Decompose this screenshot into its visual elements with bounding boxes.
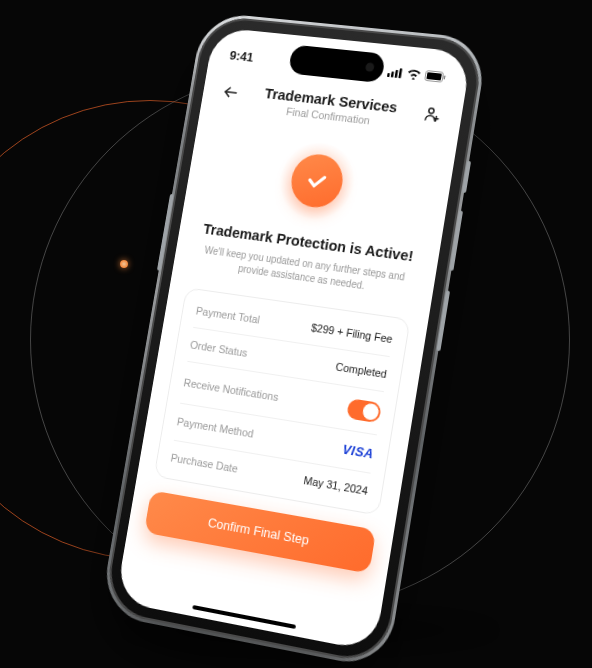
label-notifications: Receive Notifications [183, 376, 280, 403]
svg-point-8 [428, 108, 434, 114]
back-button[interactable] [218, 80, 244, 105]
svg-rect-1 [391, 71, 394, 77]
status-time: 9:41 [229, 47, 255, 64]
phone-side-button [462, 161, 471, 193]
details-card: Payment Total $299 + Filing Fee Order St… [154, 287, 411, 515]
home-indicator[interactable] [192, 605, 296, 629]
label-payment-total: Payment Total [195, 304, 261, 325]
svg-rect-5 [426, 72, 442, 80]
label-purchase-date: Purchase Date [170, 451, 239, 474]
row-purchase-date: Purchase Date May 31, 2024 [168, 440, 370, 507]
signal-icon [387, 66, 404, 78]
phone-frame: 9:41 [102, 15, 485, 667]
value-order-status: Completed [335, 360, 388, 380]
battery-icon [424, 70, 447, 83]
svg-rect-4 [425, 70, 444, 82]
notifications-toggle[interactable] [346, 398, 382, 423]
wifi-icon [406, 68, 422, 80]
phone-side-button [436, 290, 450, 351]
label-order-status: Order Status [189, 338, 248, 358]
svg-rect-0 [387, 72, 390, 76]
svg-rect-3 [398, 68, 402, 78]
arrow-left-icon [221, 83, 240, 102]
check-icon [303, 167, 332, 195]
value-payment-total: $299 + Filing Fee [310, 321, 393, 345]
svg-line-9 [436, 117, 437, 121]
value-purchase-date: May 31, 2024 [303, 474, 369, 497]
profile-button[interactable] [419, 102, 446, 128]
cta-label: Confirm Final Step [207, 514, 310, 547]
label-payment-method: Payment Method [176, 415, 254, 439]
success-badge [274, 139, 360, 224]
phone-side-button [449, 210, 463, 270]
decorative-dot [120, 260, 128, 268]
confirm-final-step-button[interactable]: Confirm Final Step [144, 490, 376, 573]
user-icon [422, 105, 442, 125]
value-payment-method: VISA [341, 441, 375, 461]
svg-rect-6 [444, 75, 446, 79]
phone-screen: 9:41 [115, 27, 472, 652]
svg-rect-2 [395, 69, 399, 77]
phone-side-button [157, 194, 174, 271]
